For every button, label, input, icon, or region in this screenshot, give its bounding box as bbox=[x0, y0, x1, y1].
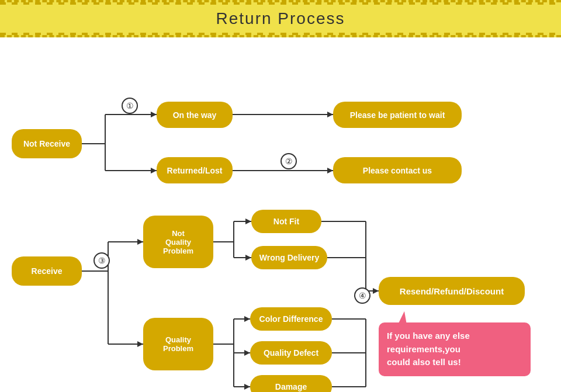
svg-marker-38 bbox=[151, 112, 157, 117]
quality-problem-box: Quality Problem bbox=[143, 318, 213, 370]
svg-marker-29 bbox=[244, 350, 250, 356]
svg-marker-27 bbox=[244, 316, 250, 322]
damage-box: Damage bbox=[250, 375, 332, 392]
speech-bubble: If you have any else requirements,you co… bbox=[379, 322, 531, 376]
not-fit-box: Not Fit bbox=[251, 210, 321, 233]
please-contact-box: Please contact us bbox=[333, 157, 462, 183]
please-wait-box: Please be patient to wait bbox=[333, 102, 462, 128]
svg-marker-39 bbox=[151, 168, 157, 174]
receive-box: Receive bbox=[12, 256, 82, 286]
svg-marker-14 bbox=[137, 341, 143, 347]
svg-marker-20 bbox=[245, 255, 251, 261]
svg-marker-31 bbox=[244, 384, 250, 390]
svg-marker-6 bbox=[327, 112, 333, 117]
svg-marker-18 bbox=[245, 218, 251, 224]
resend-refund-box: Resend/Refund/Discount bbox=[379, 277, 525, 305]
on-the-way-box: On the way bbox=[157, 102, 233, 128]
wrong-delivery-box: Wrong Delivery bbox=[251, 246, 327, 269]
circle-1: ① bbox=[122, 98, 138, 114]
svg-marker-12 bbox=[137, 239, 143, 245]
quality-defect-box: Quality Defect bbox=[250, 341, 332, 365]
not-receive-box: Not Receive bbox=[12, 129, 82, 158]
svg-marker-37 bbox=[373, 288, 379, 294]
not-quality-box: Not Quality Problem bbox=[143, 216, 213, 268]
speech-bubble-text: If you have any else requirements,you co… bbox=[387, 331, 470, 367]
svg-marker-8 bbox=[327, 168, 333, 174]
circle-2: ② bbox=[280, 153, 297, 169]
circle-3: ③ bbox=[94, 252, 110, 269]
diagram: Not Receive On the way Returned/Lost Ple… bbox=[0, 37, 561, 392]
color-difference-box: Color Difference bbox=[250, 307, 332, 331]
circle-4: ④ bbox=[354, 287, 370, 304]
header: Return Process bbox=[0, 0, 561, 37]
returned-lost-box: Returned/Lost bbox=[157, 157, 233, 183]
header-title: Return Process bbox=[216, 9, 345, 27]
